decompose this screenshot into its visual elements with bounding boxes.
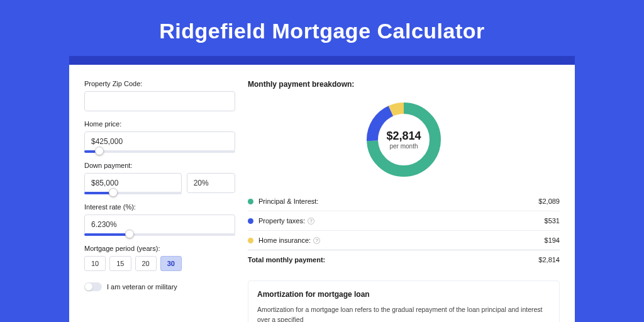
legend-swatch xyxy=(248,218,253,224)
rate-label: Interest rate (%): xyxy=(84,203,235,211)
veteran-label: I am veteran or military xyxy=(107,283,177,291)
period-label: Mortgage period (years): xyxy=(84,245,235,252)
help-icon[interactable]: ? xyxy=(308,218,314,225)
total-label: Total monthly payment: xyxy=(248,256,538,264)
down-percent-input[interactable] xyxy=(187,173,235,193)
price-slider-thumb[interactable] xyxy=(95,147,104,155)
total-value: $2,814 xyxy=(538,256,560,264)
donut-center: $2,814 per month xyxy=(363,99,445,180)
rate-slider-fill xyxy=(84,233,130,236)
down-label: Down payment: xyxy=(84,162,235,169)
rate-input[interactable] xyxy=(84,214,235,235)
legend-row: Principal & Interest:$2,089 xyxy=(248,192,560,211)
total-row: Total monthly payment: $2,814 xyxy=(248,250,560,269)
legend-list: Principal & Interest:$2,089Property taxe… xyxy=(248,192,560,250)
zip-field: Property Zip Code: xyxy=(84,80,235,111)
legend-label: Property taxes: ? xyxy=(258,217,545,225)
rate-field: Interest rate (%): xyxy=(84,203,235,236)
donut-sub: per month xyxy=(389,143,418,150)
period-options: 10152030 xyxy=(84,256,235,271)
rate-slider-thumb[interactable] xyxy=(125,230,134,238)
amortization-title: Amortization for mortgage loan xyxy=(257,290,550,299)
veteran-toggle-row: I am veteran or military xyxy=(84,282,235,291)
amortization-card: Amortization for mortgage loan Amortizat… xyxy=(248,280,560,322)
legend-label: Principal & Interest: xyxy=(258,197,538,205)
rate-slider[interactable] xyxy=(84,233,235,236)
down-slider[interactable] xyxy=(84,192,182,194)
form-column: Property Zip Code: Home price: Down paym… xyxy=(84,80,235,322)
down-field: Down payment: xyxy=(84,162,235,194)
donut-chart: $2,814 per month xyxy=(363,99,445,180)
legend-label: Home insurance: ? xyxy=(258,236,545,244)
legend-row: Property taxes: ?$531 xyxy=(248,211,560,231)
amortization-text: Amortization for a mortgage loan refers … xyxy=(257,305,550,322)
calculator-app: Property Zip Code: Home price: Down paym… xyxy=(69,65,575,322)
legend-value: $194 xyxy=(545,236,560,244)
legend-value: $531 xyxy=(545,217,560,225)
page-title: Ridgefield Mortgage Calculator xyxy=(0,0,644,56)
legend-swatch xyxy=(248,199,253,204)
period-option-15[interactable]: 15 xyxy=(109,256,131,271)
header-accent-bar xyxy=(69,56,575,65)
down-amount-input[interactable] xyxy=(84,173,182,193)
period-option-10[interactable]: 10 xyxy=(84,256,106,271)
period-option-30[interactable]: 30 xyxy=(160,256,182,271)
breakdown-title: Monthly payment breakdown: xyxy=(248,80,560,89)
legend-swatch xyxy=(248,238,253,243)
period-field: Mortgage period (years): 10152030 xyxy=(84,245,235,271)
legend-value: $2,089 xyxy=(538,197,560,205)
legend-row: Home insurance: ?$194 xyxy=(248,231,560,250)
price-field: Home price: xyxy=(84,120,235,153)
zip-input[interactable] xyxy=(84,91,235,111)
price-slider[interactable] xyxy=(84,150,235,153)
donut-chart-wrap: $2,814 per month xyxy=(248,99,560,180)
price-input[interactable] xyxy=(84,131,235,152)
veteran-toggle[interactable] xyxy=(84,282,102,291)
breakdown-column: Monthly payment breakdown: $2,814 per mo… xyxy=(248,80,560,322)
zip-label: Property Zip Code: xyxy=(84,80,235,87)
donut-amount: $2,814 xyxy=(386,130,421,143)
help-icon[interactable]: ? xyxy=(313,237,320,244)
price-label: Home price: xyxy=(84,120,235,128)
period-option-20[interactable]: 20 xyxy=(135,256,157,271)
down-slider-thumb[interactable] xyxy=(109,188,118,197)
